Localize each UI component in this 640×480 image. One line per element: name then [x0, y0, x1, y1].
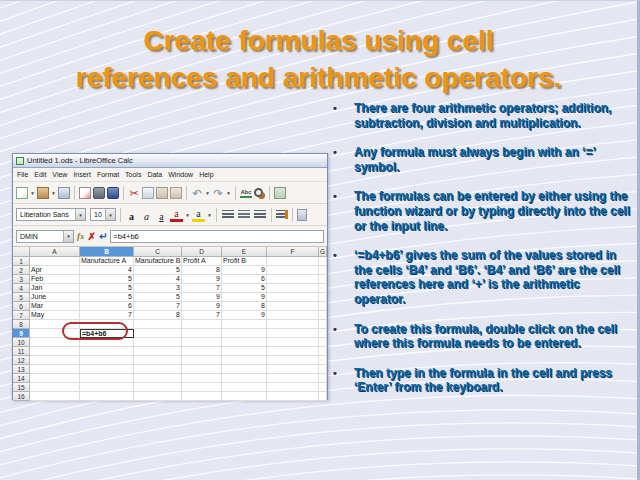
cell-E5[interactable]: 9 [222, 293, 267, 302]
save-icon[interactable] [58, 187, 70, 199]
spelling-icon[interactable]: Abc [240, 188, 252, 198]
cell-A6[interactable]: Mar [30, 302, 80, 311]
cell-C14[interactable] [134, 374, 182, 383]
accept-icon[interactable]: ↵ [99, 231, 107, 242]
cell-E2[interactable]: 9 [222, 266, 267, 275]
cell-F5[interactable] [267, 293, 319, 302]
row-header-3[interactable]: 3 [13, 275, 30, 284]
cell-F11[interactable] [267, 347, 319, 356]
column-header-C[interactable]: C [134, 247, 182, 257]
cell-G1[interactable] [319, 257, 327, 266]
clone-formatting-icon[interactable] [170, 187, 182, 199]
cell-B15[interactable] [80, 383, 134, 392]
cell-A14[interactable] [30, 374, 80, 383]
cell-B14[interactable] [80, 374, 134, 383]
cell-C10[interactable] [134, 338, 182, 347]
cell-A13[interactable] [30, 365, 80, 374]
cell-D4[interactable]: 7 [182, 284, 222, 293]
column-header-E[interactable]: E [222, 247, 267, 257]
cell-G12[interactable] [319, 356, 327, 365]
italic-button[interactable]: a [140, 208, 153, 222]
cell-B5[interactable]: 5 [80, 293, 134, 302]
cell-C5[interactable]: 5 [134, 293, 182, 302]
bold-button[interactable]: a [125, 208, 138, 222]
cell-E10[interactable] [222, 338, 267, 347]
undo-icon[interactable]: ↶ [191, 187, 203, 199]
cell-D5[interactable]: 9 [182, 293, 222, 302]
cell-D14[interactable] [182, 374, 222, 383]
column-header-A[interactable]: A [30, 247, 80, 257]
cell-A11[interactable] [30, 347, 80, 356]
cell-F14[interactable] [267, 374, 319, 383]
cell-G6[interactable] [319, 302, 327, 311]
cell-B16[interactable] [80, 392, 134, 401]
cell-C13[interactable] [134, 365, 182, 374]
menu-view[interactable]: View [52, 171, 67, 178]
cell-B3[interactable]: 5 [80, 275, 134, 284]
chevron-down-icon[interactable]: ▾ [226, 190, 231, 196]
cell-A12[interactable] [30, 356, 80, 365]
cell-C15[interactable] [134, 383, 182, 392]
column-header-D[interactable]: D [182, 247, 222, 257]
row-header-13[interactable]: 13 [13, 365, 30, 374]
align-right-icon[interactable] [254, 210, 266, 219]
cell-B4[interactable]: 5 [80, 284, 134, 293]
menu-tools[interactable]: Tools [125, 171, 141, 178]
cell-G8[interactable] [319, 320, 327, 329]
function-wizard-icon[interactable]: fx [77, 231, 85, 241]
row-header-1[interactable]: 1 [13, 257, 30, 266]
cancel-icon[interactable]: ✗ [88, 231, 96, 242]
chevron-down-icon[interactable]: ▾ [30, 190, 35, 196]
cell-A7[interactable]: May [30, 311, 80, 320]
cell-D10[interactable] [182, 338, 222, 347]
align-left-icon[interactable] [222, 210, 234, 219]
chevron-down-icon[interactable]: ▾ [105, 209, 115, 220]
chevron-down-icon[interactable]: ▾ [185, 212, 190, 218]
cell-B11[interactable] [80, 347, 134, 356]
cell-A15[interactable] [30, 383, 80, 392]
cell-E7[interactable]: 9 [222, 311, 267, 320]
cell-C2[interactable]: 5 [134, 266, 182, 275]
cell-C1[interactable]: Manufacture B [134, 257, 182, 266]
cell-C4[interactable]: 3 [134, 284, 182, 293]
highlighting-button[interactable]: a [192, 207, 205, 222]
row-header-12[interactable]: 12 [13, 356, 30, 365]
cell-E3[interactable]: 6 [222, 275, 267, 284]
name-box[interactable]: DMIN ▾ [16, 230, 74, 243]
merge-cells-icon[interactable] [297, 209, 307, 221]
cell-E13[interactable] [222, 365, 267, 374]
wrap-text-icon[interactable] [276, 210, 288, 219]
cell-D9[interactable] [182, 329, 222, 338]
cell-G15[interactable] [319, 383, 327, 392]
cell-E4[interactable]: 5 [222, 284, 267, 293]
cell-G4[interactable] [319, 284, 327, 293]
find-and-replace-icon[interactable] [254, 188, 263, 197]
row-header-6[interactable]: 6 [13, 302, 30, 311]
cell-C12[interactable] [134, 356, 182, 365]
row-header-16[interactable]: 16 [13, 392, 30, 401]
new-document-icon[interactable] [16, 187, 28, 199]
cell-F9[interactable] [267, 329, 319, 338]
copy-icon[interactable] [142, 187, 154, 199]
redo-icon[interactable]: ↷ [212, 187, 224, 199]
menu-data[interactable]: Data [147, 171, 162, 178]
cell-E1[interactable]: Profit B [222, 257, 267, 266]
cell-G2[interactable] [319, 266, 327, 275]
row-header-7[interactable]: 7 [13, 311, 30, 320]
cell-F13[interactable] [267, 365, 319, 374]
column-header-G[interactable]: G [319, 247, 327, 257]
align-center-icon[interactable] [238, 210, 250, 219]
calc-titlebar[interactable]: Untitled 1.ods - LibreOffice Calc [13, 154, 327, 168]
column-header-B[interactable]: B [80, 247, 134, 257]
cell-A4[interactable]: Jan [30, 284, 80, 293]
row-header-5[interactable]: 5 [13, 293, 30, 302]
cell-G5[interactable] [319, 293, 327, 302]
cell-B6[interactable]: 6 [80, 302, 134, 311]
cell-G16[interactable] [319, 392, 327, 401]
cell-E8[interactable] [222, 320, 267, 329]
cell-G14[interactable] [319, 374, 327, 383]
cell-B12[interactable] [80, 356, 134, 365]
cell-E11[interactable] [222, 347, 267, 356]
cell-A2[interactable]: Apr [30, 266, 80, 275]
row-header-2[interactable]: 2 [13, 266, 30, 275]
